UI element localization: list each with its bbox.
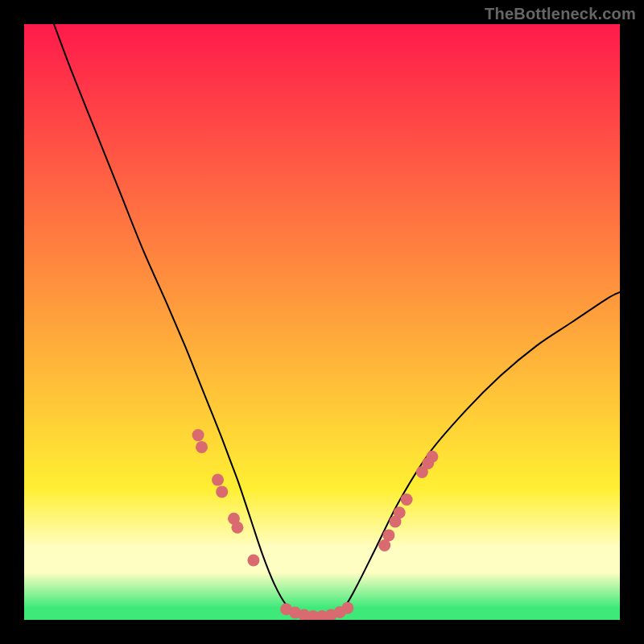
gradient-background	[24, 24, 620, 620]
marker-dot	[426, 451, 438, 463]
marker-dot	[212, 474, 224, 486]
marker-dot	[192, 429, 204, 441]
marker-dot	[382, 529, 394, 541]
marker-dot	[401, 493, 413, 506]
plot-area	[24, 24, 620, 620]
marker-dot	[341, 602, 353, 614]
attribution-label: TheBottleneck.com	[485, 5, 636, 23]
marker-dot	[247, 555, 259, 567]
marker-dot	[394, 506, 406, 518]
bottleneck-chart	[24, 24, 620, 620]
chart-frame: TheBottleneck.com	[0, 0, 644, 644]
marker-dot	[196, 441, 208, 453]
marker-dot	[216, 485, 228, 497]
marker-dot	[231, 522, 243, 534]
